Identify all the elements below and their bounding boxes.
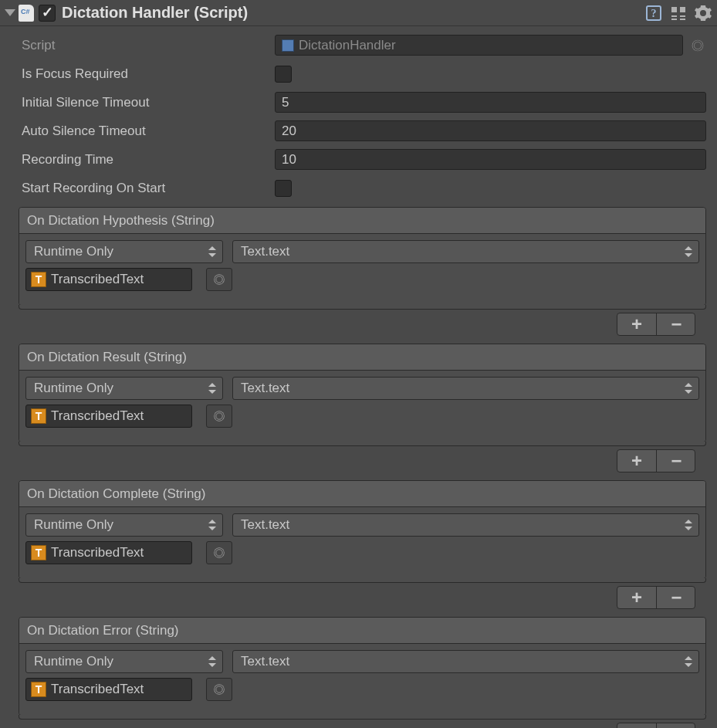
svg-rect-6 — [671, 19, 677, 20]
text-component-icon: T — [31, 545, 46, 560]
event-title: On Dictation Complete (String) — [27, 486, 205, 502]
field-script: DictationHandler — [275, 35, 683, 56]
add-remove-group: + − — [617, 313, 695, 336]
event-resize-strip[interactable] — [19, 715, 706, 720]
event-resize-strip[interactable] — [19, 578, 706, 583]
gear-icon[interactable] — [694, 4, 712, 22]
event-header[interactable]: On Dictation Hypothesis (String) — [19, 208, 705, 234]
function-value: Text.text — [241, 654, 289, 669]
target-object-field[interactable]: T TranscribedText — [25, 268, 192, 291]
function-dropdown[interactable]: Text.text — [232, 240, 699, 263]
target-object-value: TranscribedText — [51, 682, 187, 697]
call-mode-value: Runtime Only — [34, 244, 113, 259]
function-dropdown[interactable]: Text.text — [232, 650, 699, 673]
target-object-value: TranscribedText — [51, 408, 187, 424]
object-picker-icon[interactable] — [689, 37, 706, 54]
target-object-field[interactable]: T TranscribedText — [25, 405, 192, 428]
field-init-silence[interactable]: 5 — [275, 92, 706, 113]
function-dropdown[interactable]: Text.text — [232, 513, 699, 537]
prop-recording-time: Recording Time 10 — [22, 145, 706, 174]
event-footer: + − — [19, 449, 706, 472]
event-header[interactable]: On Dictation Complete (String) — [19, 481, 705, 507]
text-component-icon: T — [31, 682, 46, 697]
prop-start-recording-on-start: Start Recording On Start — [22, 174, 706, 202]
add-listener-button[interactable]: + — [617, 587, 656, 608]
event-header[interactable]: On Dictation Error (String) — [19, 618, 705, 644]
event-resize-strip[interactable] — [19, 305, 706, 310]
add-remove-group: + − — [617, 449, 695, 472]
preset-icon[interactable] — [669, 4, 688, 22]
add-listener-button[interactable]: + — [617, 450, 656, 472]
remove-listener-button[interactable]: − — [656, 723, 695, 728]
component-enabled-checkbox[interactable] — [39, 5, 56, 22]
component-header[interactable]: Dictation Handler (Script) ? — [0, 0, 717, 26]
svg-rect-5 — [680, 15, 685, 17]
help-icon[interactable]: ? — [644, 4, 663, 22]
label-is-focus: Is Focus Required — [22, 66, 275, 82]
call-mode-dropdown[interactable]: Runtime Only — [25, 240, 223, 263]
call-mode-value: Runtime Only — [34, 381, 113, 396]
object-picker-icon[interactable] — [206, 678, 232, 701]
checkbox-start-on-start[interactable] — [275, 180, 292, 197]
event-box: On Dictation Result (String) Runtime Onl… — [19, 344, 706, 442]
remove-listener-button[interactable]: − — [656, 313, 695, 335]
event-resize-strip[interactable] — [19, 442, 706, 446]
text-component-icon: T — [31, 272, 46, 287]
dropdown-arrows-icon — [685, 383, 692, 394]
label-init-silence: Initial Silence Timeout — [22, 95, 275, 110]
object-picker-icon[interactable] — [206, 405, 232, 428]
call-mode-dropdown[interactable]: Runtime Only — [25, 650, 223, 673]
target-object-field[interactable]: T TranscribedText — [25, 678, 192, 701]
svg-rect-3 — [680, 7, 685, 12]
prop-script: Script DictationHandler — [22, 31, 706, 59]
add-remove-group: + − — [617, 586, 695, 609]
event-title: On Dictation Result (String) — [27, 350, 187, 365]
target-object-value: TranscribedText — [51, 272, 187, 287]
component-title: Dictation Handler (Script) — [62, 4, 248, 22]
component-dictation-handler: Dictation Handler (Script) ? Script Dict… — [0, 0, 717, 728]
event-box: On Dictation Hypothesis (String) Runtime… — [19, 207, 706, 306]
add-listener-button[interactable]: + — [617, 723, 656, 728]
label-script: Script — [22, 38, 275, 53]
add-listener-button[interactable]: + — [617, 313, 656, 335]
event-footer: + − — [19, 586, 706, 609]
unity-event: On Dictation Hypothesis (String) Runtime… — [0, 204, 717, 336]
dropdown-arrows-icon — [208, 246, 216, 257]
dropdown-arrows-icon — [208, 520, 216, 530]
call-mode-dropdown[interactable]: Runtime Only — [25, 377, 223, 400]
call-mode-value: Runtime Only — [34, 517, 113, 533]
object-picker-icon[interactable] — [206, 268, 232, 291]
remove-listener-button[interactable]: − — [656, 450, 695, 472]
object-picker-icon[interactable] — [206, 541, 232, 564]
script-value: DictationHandler — [299, 38, 396, 53]
remove-listener-button[interactable]: − — [656, 587, 695, 608]
event-header[interactable]: On Dictation Result (String) — [19, 344, 705, 371]
call-mode-value: Runtime Only — [34, 654, 113, 669]
label-start-on-start: Start Recording On Start — [22, 181, 275, 196]
call-mode-dropdown[interactable]: Runtime Only — [25, 513, 223, 537]
function-dropdown[interactable]: Text.text — [232, 377, 699, 400]
event-title: On Dictation Hypothesis (String) — [27, 213, 215, 229]
function-value: Text.text — [241, 244, 289, 259]
event-body: Runtime Only Text.text T TranscribedText — [19, 644, 705, 715]
add-remove-group: + − — [617, 723, 695, 728]
event-body: Runtime Only Text.text T TranscribedText — [19, 234, 705, 305]
target-object-field[interactable]: T TranscribedText — [25, 541, 192, 564]
unity-event: On Dictation Complete (String) Runtime O… — [0, 477, 717, 609]
properties: Script DictationHandler Is Focus Require… — [0, 26, 717, 204]
foldout-icon[interactable] — [5, 9, 15, 16]
svg-rect-2 — [671, 7, 677, 12]
label-rec-time: Recording Time — [22, 152, 275, 168]
function-value: Text.text — [241, 381, 289, 396]
field-rec-time[interactable]: 10 — [275, 149, 706, 170]
csharp-mini-icon — [282, 39, 294, 52]
dropdown-arrows-icon — [685, 246, 692, 257]
checkbox-is-focus[interactable] — [275, 66, 292, 83]
field-auto-silence[interactable]: 20 — [275, 120, 706, 141]
dropdown-arrows-icon — [685, 656, 692, 667]
event-body: Runtime Only Text.text T TranscribedText — [19, 371, 705, 442]
prop-is-focus-required: Is Focus Required — [22, 59, 706, 88]
svg-rect-4 — [671, 15, 677, 17]
svg-rect-7 — [680, 19, 685, 20]
dropdown-arrows-icon — [685, 520, 692, 530]
